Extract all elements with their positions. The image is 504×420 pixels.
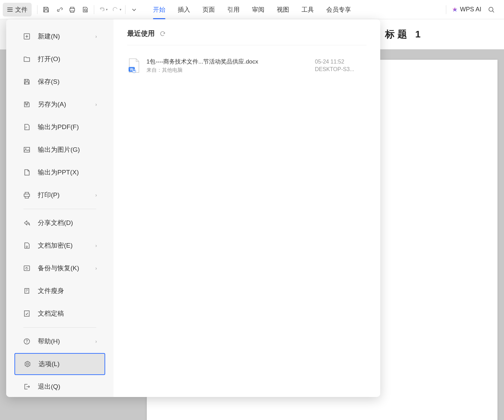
image-icon bbox=[23, 146, 31, 154]
chevron-right-icon: › bbox=[95, 243, 97, 248]
link-button[interactable] bbox=[53, 3, 66, 16]
tab-tools[interactable]: 工具 bbox=[302, 0, 314, 19]
svg-rect-6 bbox=[24, 147, 30, 152]
menu-options[interactable]: 选项(L) bbox=[14, 353, 105, 375]
menu-slim-label: 文件瘦身 bbox=[38, 286, 97, 295]
menu-open[interactable]: 打开(O) bbox=[14, 48, 105, 70]
tab-review[interactable]: 审阅 bbox=[252, 0, 264, 19]
top-toolbar: 文件 ▾ ▾ 开始 插入 页面 引用 审阅 视图 工具 会员专享 bbox=[0, 0, 504, 19]
chevron-right-icon: › bbox=[95, 34, 97, 39]
tab-menu: 开始 插入 页面 引用 审阅 视图 工具 会员专享 bbox=[153, 0, 444, 19]
toolbar-separator bbox=[125, 5, 125, 14]
refresh-icon bbox=[160, 31, 166, 37]
pdf-icon: P bbox=[23, 123, 31, 131]
redo-icon bbox=[112, 6, 119, 13]
menu-help[interactable]: 帮助(H) › bbox=[14, 330, 105, 352]
redo-button[interactable]: ▾ bbox=[110, 3, 123, 16]
svg-point-1 bbox=[489, 7, 493, 11]
help-icon bbox=[23, 337, 31, 345]
ppt-icon bbox=[23, 168, 31, 177]
menu-save-as-label: 另存为(A) bbox=[38, 100, 95, 109]
menu-backup[interactable]: 备份与恢复(K) › bbox=[14, 257, 105, 279]
menu-finalize[interactable]: 文档定稿 bbox=[14, 303, 105, 325]
link-icon bbox=[56, 6, 63, 13]
finalize-icon bbox=[23, 309, 31, 318]
toolbar-separator bbox=[37, 5, 37, 14]
wps-ai-button[interactable]: WPS AI bbox=[452, 6, 481, 13]
divider bbox=[23, 209, 96, 209]
backup-icon bbox=[23, 264, 31, 272]
undo-icon bbox=[98, 6, 105, 13]
menu-new[interactable]: 新建(N) › bbox=[14, 25, 105, 47]
style-heading-1[interactable]: 标题 1 bbox=[385, 28, 423, 41]
chevron-right-icon: › bbox=[95, 265, 97, 271]
menu-print[interactable]: 打印(P) › bbox=[14, 184, 105, 206]
exit-icon bbox=[23, 383, 31, 391]
menu-save-as[interactable]: 另存为(A) › bbox=[14, 93, 105, 115]
options-icon bbox=[23, 360, 32, 368]
save-icon bbox=[43, 6, 50, 13]
menu-help-label: 帮助(H) bbox=[38, 337, 95, 346]
tab-reference[interactable]: 引用 bbox=[227, 0, 240, 19]
recent-title: 最近使用 bbox=[127, 29, 155, 38]
search-button[interactable] bbox=[485, 3, 498, 16]
dropdown-caret-icon: ▾ bbox=[120, 8, 121, 11]
file-time: 05-24 11:52 bbox=[315, 59, 366, 65]
menu-encrypt[interactable]: 文档加密(E) › bbox=[14, 235, 105, 257]
menu-print-label: 打印(P) bbox=[38, 191, 95, 200]
chevron-right-icon: › bbox=[95, 192, 97, 198]
undo-button[interactable]: ▾ bbox=[96, 3, 109, 16]
menu-open-label: 打开(O) bbox=[38, 55, 97, 64]
svg-rect-9 bbox=[24, 266, 30, 271]
new-icon bbox=[23, 32, 31, 41]
docx-file-icon: W bbox=[127, 58, 141, 73]
recent-files-panel: 最近使用 W 1包----商务技术文件...节活动奖品供应.docx 来自：其他… bbox=[113, 19, 380, 397]
tab-member[interactable]: 会员专享 bbox=[326, 0, 351, 19]
svg-rect-10 bbox=[25, 288, 29, 293]
menu-icon bbox=[7, 7, 13, 13]
search-icon bbox=[488, 6, 495, 13]
divider bbox=[23, 327, 96, 328]
svg-text:P: P bbox=[25, 126, 27, 129]
menu-export-pdf-label: 输出为PDF(F) bbox=[38, 123, 97, 132]
tab-insert[interactable]: 插入 bbox=[178, 0, 190, 19]
print-preview-icon bbox=[82, 6, 89, 13]
folder-icon bbox=[23, 55, 31, 63]
svg-rect-11 bbox=[24, 311, 29, 316]
print-preview-button[interactable] bbox=[79, 3, 92, 16]
file-dropdown-panel: 新建(N) › 打开(O) 保存(S) 另存为(A) › bbox=[6, 19, 380, 397]
share-icon bbox=[23, 219, 31, 227]
menu-save[interactable]: 保存(S) bbox=[14, 71, 105, 93]
save-button[interactable] bbox=[40, 3, 53, 16]
refresh-button[interactable] bbox=[160, 31, 166, 37]
menu-finalize-label: 文档定稿 bbox=[38, 309, 97, 318]
chevron-down-icon bbox=[131, 7, 137, 12]
menu-export-ppt[interactable]: 输出为PPT(X) bbox=[14, 161, 105, 183]
tab-start[interactable]: 开始 bbox=[153, 0, 165, 19]
menu-save-label: 保存(S) bbox=[38, 77, 97, 86]
print-icon bbox=[23, 191, 31, 199]
svg-point-13 bbox=[26, 363, 29, 365]
wps-ai-label: WPS AI bbox=[460, 6, 481, 13]
menu-export-ppt-label: 输出为PPT(X) bbox=[38, 168, 97, 177]
dropdown-caret-icon: ▾ bbox=[106, 8, 108, 11]
more-dropdown[interactable] bbox=[128, 3, 141, 16]
recent-header: 最近使用 bbox=[127, 29, 366, 45]
menu-share[interactable]: 分享文档(D) bbox=[14, 212, 105, 234]
menu-export-image[interactable]: 输出为图片(G) bbox=[14, 139, 105, 161]
print-button[interactable] bbox=[66, 3, 79, 16]
menu-slim[interactable]: 文件瘦身 bbox=[14, 280, 105, 302]
toolbar-separator bbox=[446, 5, 446, 14]
file-menu-button[interactable]: 文件 bbox=[3, 3, 32, 16]
tab-view[interactable]: 视图 bbox=[277, 0, 289, 19]
menu-new-label: 新建(N) bbox=[38, 32, 95, 41]
slim-icon bbox=[23, 287, 31, 295]
menu-export-pdf[interactable]: P 输出为PDF(F) bbox=[14, 116, 105, 138]
recent-file-item[interactable]: W 1包----商务技术文件...节活动奖品供应.docx 来自：其他电脑 05… bbox=[127, 55, 366, 76]
menu-exit[interactable]: 退出(Q) bbox=[14, 376, 105, 397]
tab-page[interactable]: 页面 bbox=[202, 0, 215, 19]
file-source: 来自：其他电脑 bbox=[146, 67, 315, 73]
menu-export-image-label: 输出为图片(G) bbox=[38, 145, 97, 154]
file-name: 1包----商务技术文件...节活动奖品供应.docx bbox=[146, 58, 315, 66]
svg-point-8 bbox=[26, 246, 28, 247]
